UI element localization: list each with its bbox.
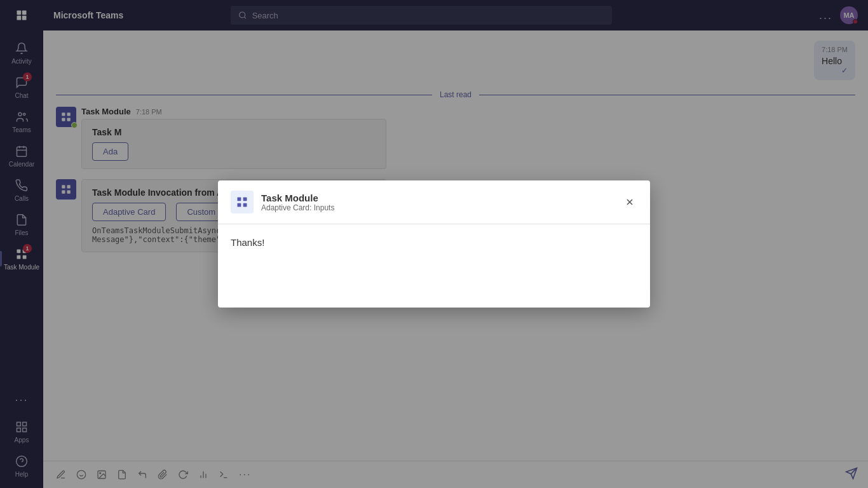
modal-subtitle: Adaptive Card: Inputs — [261, 203, 614, 212]
svg-rect-43 — [238, 203, 241, 207]
modal-title: Task Module — [261, 193, 614, 203]
svg-rect-44 — [243, 203, 247, 207]
modal-overlay[interactable]: Task Module Adaptive Card: Inputs Thanks… — [0, 0, 868, 488]
close-icon — [625, 197, 635, 207]
modal-header: Task Module Adaptive Card: Inputs — [218, 180, 650, 224]
modal-title-block: Task Module Adaptive Card: Inputs — [261, 193, 614, 212]
modal-close-button[interactable] — [622, 194, 637, 210]
svg-rect-41 — [238, 198, 241, 201]
svg-rect-42 — [243, 198, 247, 201]
modal-body: Thanks! — [218, 224, 650, 308]
task-module-modal: Task Module Adaptive Card: Inputs Thanks… — [218, 180, 650, 308]
modal-app-icon — [231, 191, 254, 214]
modal-thanks-text: Thanks! — [231, 237, 637, 248]
